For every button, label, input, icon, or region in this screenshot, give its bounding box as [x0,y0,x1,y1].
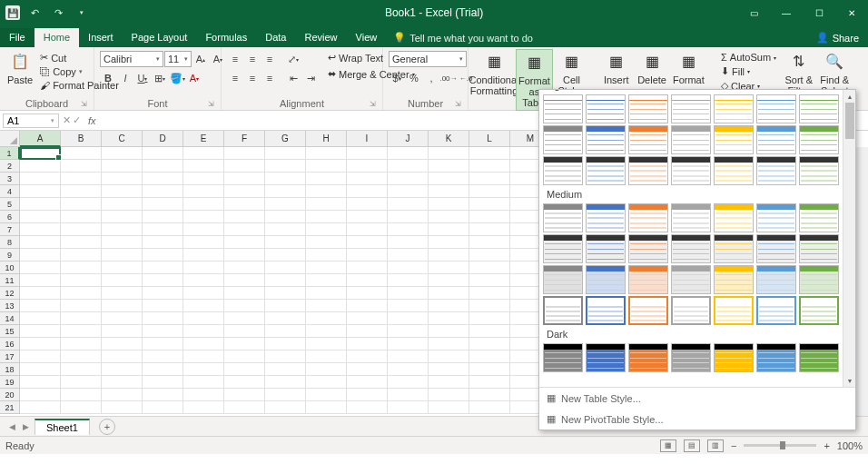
tab-review[interactable]: Review [295,28,346,47]
cell-B1[interactable] [61,147,102,160]
cell-B7[interactable] [61,223,102,236]
sheet-nav-next[interactable]: ▶ [21,422,31,431]
table-style-swatch[interactable] [799,94,839,123]
row-header-7[interactable]: 7 [0,223,20,236]
cell-L13[interactable] [469,300,510,312]
cell-L17[interactable] [469,350,510,363]
cell-F14[interactable] [224,312,265,325]
cell-H16[interactable] [306,338,347,350]
cell-C15[interactable] [102,325,143,338]
col-header-C[interactable]: C [102,131,143,147]
table-style-swatch[interactable] [799,343,839,372]
cell-G15[interactable] [265,325,306,338]
cell-G17[interactable] [265,350,306,363]
cell-I18[interactable] [347,363,388,376]
cell-H14[interactable] [306,312,347,325]
cell-C19[interactable] [102,376,143,389]
cell-F3[interactable] [224,173,265,185]
cell-I19[interactable] [347,376,388,389]
cell-C13[interactable] [102,300,143,312]
cell-I14[interactable] [347,312,388,325]
col-header-G[interactable]: G [265,131,306,147]
cell-K11[interactable] [429,274,469,287]
cell-G2[interactable] [265,160,306,173]
cell-L20[interactable] [469,389,510,401]
align-bottom-button[interactable]: ≡ [261,51,278,67]
table-style-swatch[interactable] [586,265,626,294]
new-sheet-button[interactable]: + [99,419,115,435]
scroll-down-icon[interactable]: ▼ [843,374,855,387]
cell-E3[interactable] [183,173,224,185]
cell-F9[interactable] [224,249,265,262]
col-header-I[interactable]: I [347,131,388,147]
col-header-B[interactable]: B [61,131,102,147]
cell-I4[interactable] [347,185,388,198]
table-style-swatch[interactable] [586,156,626,185]
cell-A20[interactable] [20,389,61,401]
sheet-nav-prev[interactable]: ◀ [7,422,17,431]
cell-G9[interactable] [265,249,306,262]
cell-H8[interactable] [306,236,347,249]
cell-K12[interactable] [429,287,469,300]
row-header-20[interactable]: 20 [0,389,20,401]
cell-F20[interactable] [224,389,265,401]
tab-view[interactable]: View [347,28,387,47]
cell-C21[interactable] [102,401,143,414]
row-header-10[interactable]: 10 [0,262,20,274]
cell-J19[interactable] [388,376,429,389]
table-style-swatch[interactable] [756,296,796,325]
increase-decimal-button[interactable]: .00→ [440,70,457,86]
cell-H9[interactable] [306,249,347,262]
cell-A16[interactable] [20,338,61,350]
page-break-view-button[interactable]: ▥ [707,439,724,452]
tell-me-search[interactable]: 💡 Tell me what you want to do [386,28,540,47]
font-color-button[interactable]: A▾ [186,70,202,86]
percent-format-button[interactable]: % [406,70,422,86]
cell-B13[interactable] [61,300,102,312]
cell-E16[interactable] [183,338,224,350]
cell-E7[interactable] [183,223,224,236]
cell-H10[interactable] [306,262,347,274]
table-style-swatch[interactable] [756,203,796,232]
cell-G10[interactable] [265,262,306,274]
new-table-style-item[interactable]: ▦New Table Style... [539,388,855,409]
cell-I7[interactable] [347,223,388,236]
cell-I17[interactable] [347,350,388,363]
save-icon[interactable]: 💾 [5,5,20,20]
cell-A11[interactable] [20,274,61,287]
cell-F7[interactable] [224,223,265,236]
cell-B20[interactable] [61,389,102,401]
cell-L8[interactable] [469,236,510,249]
cell-I20[interactable] [347,389,388,401]
table-style-swatch[interactable] [714,265,754,294]
zoom-out-button[interactable]: − [731,440,736,451]
cell-L2[interactable] [469,160,510,173]
cell-C16[interactable] [102,338,143,350]
cell-B4[interactable] [61,185,102,198]
cell-H17[interactable] [306,350,347,363]
align-top-button[interactable]: ≡ [227,51,243,67]
cell-K9[interactable] [429,249,469,262]
align-middle-button[interactable]: ≡ [244,51,261,67]
table-style-swatch[interactable] [714,343,754,372]
cell-F1[interactable] [224,147,265,160]
cell-C18[interactable] [102,363,143,376]
cell-B15[interactable] [61,325,102,338]
zoom-level[interactable]: 100% [837,440,863,451]
cell-H2[interactable] [306,160,347,173]
table-style-swatch[interactable] [799,203,839,232]
table-style-swatch[interactable] [714,94,754,123]
cell-G11[interactable] [265,274,306,287]
cell-K16[interactable] [429,338,469,350]
cell-L15[interactable] [469,325,510,338]
table-style-swatch[interactable] [714,156,754,185]
row-header-15[interactable]: 15 [0,325,20,338]
cell-H19[interactable] [306,376,347,389]
sheet-tab-sheet1[interactable]: Sheet1 [35,419,90,435]
table-style-swatch[interactable] [671,296,711,325]
row-header-5[interactable]: 5 [0,198,20,211]
cell-F2[interactable] [224,160,265,173]
cell-G12[interactable] [265,287,306,300]
cell-C14[interactable] [102,312,143,325]
increase-indent-button[interactable]: ⇥ [302,70,319,86]
